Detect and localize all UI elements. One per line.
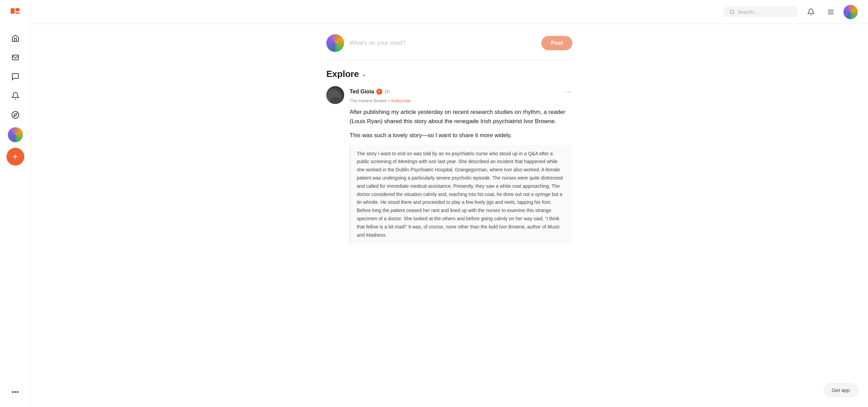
composer-input[interactable]: What's on your mind? (350, 40, 536, 47)
sidebar-item-notifications[interactable] (7, 88, 24, 104)
explore-header: Explore ⌄ (326, 69, 572, 79)
svg-rect-3 (12, 55, 18, 60)
post-author-avatar (326, 86, 344, 104)
post-publication: The Honest Broker • Subscribe (350, 98, 572, 103)
post-paragraph-1: After publishing my article yesterday on… (350, 107, 572, 126)
composer-avatar (326, 34, 344, 52)
menu-button[interactable] (824, 5, 838, 19)
sidebar-item-explore[interactable] (7, 107, 24, 123)
post-excerpt-box: The story I want to end on was told by a… (350, 145, 572, 244)
post-body: Ted Gioia ✓ 1h ··· The Honest Broker • S… (350, 86, 572, 244)
get-app-button[interactable]: Get app (824, 383, 858, 397)
post-meta-left: Ted Gioia ✓ 1h (350, 89, 390, 95)
sidebar-item-chat[interactable] (7, 68, 24, 85)
post-paragraph-2: This was such a lovely story—so I want t… (350, 131, 572, 140)
verified-badge: ✓ (376, 89, 382, 95)
svg-rect-1 (15, 8, 19, 11)
sidebar-avatar[interactable] (8, 127, 23, 142)
post-card: Ted Gioia ✓ 1h ··· The Honest Broker • S… (326, 86, 572, 244)
subscribe-link[interactable]: Subscribe (391, 98, 411, 103)
svg-rect-2 (15, 12, 19, 14)
notifications-button[interactable] (804, 5, 818, 19)
explore-chevron-icon[interactable]: ⌄ (362, 70, 367, 78)
search-bar[interactable]: Search... (723, 6, 798, 17)
post-button[interactable]: Post (541, 36, 572, 50)
app-logo[interactable] (9, 7, 22, 21)
create-post-button[interactable]: + (6, 148, 24, 166)
post-time: 1h (384, 89, 390, 94)
top-header: Search... (31, 0, 868, 24)
sidebar: + ••• (0, 0, 31, 407)
publication-name: The Honest Broker (350, 98, 387, 103)
post-composer: What's on your mind? Post (326, 34, 572, 61)
sidebar-more-button[interactable]: ••• (7, 384, 24, 400)
excerpt-text-3: . (385, 232, 387, 238)
svg-point-4 (12, 111, 19, 118)
post-more-button[interactable]: ··· (564, 86, 572, 97)
post-avatar-image (326, 86, 344, 104)
sidebar-item-inbox[interactable] (7, 49, 24, 66)
excerpt-italic-1: Meetings with Ivor (398, 159, 437, 164)
excerpt-text-2: last year. She described an incident tha… (357, 159, 563, 229)
explore-title: Explore (326, 69, 359, 79)
feed-area: What's on your mind? Post Explore ⌄ Ted … (31, 24, 868, 407)
post-meta: Ted Gioia ✓ 1h ··· (350, 86, 572, 97)
post-author-name: Ted Gioia (350, 89, 374, 95)
main-content: Search... What's on your mind? Post (31, 0, 868, 407)
search-icon (729, 9, 735, 15)
search-placeholder: Search... (737, 9, 758, 15)
publication-separator: • (388, 98, 391, 103)
svg-point-5 (730, 10, 734, 14)
header-avatar[interactable] (843, 5, 858, 19)
svg-rect-0 (11, 8, 15, 14)
feed-inner: What's on your mind? Post Explore ⌄ Ted … (320, 34, 579, 244)
sidebar-item-home[interactable] (7, 30, 24, 47)
